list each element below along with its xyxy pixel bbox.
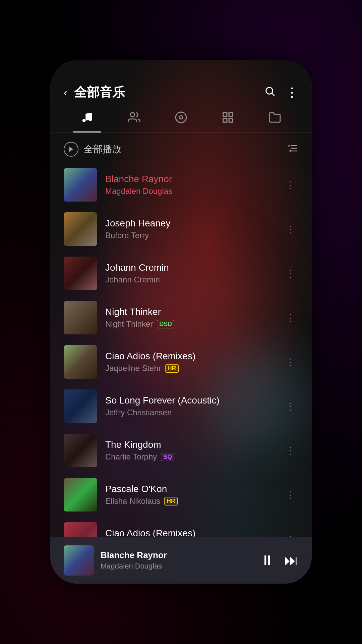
track-artist: Jaqueline Stehr bbox=[105, 364, 161, 373]
svg-point-0 bbox=[266, 87, 273, 94]
track-item[interactable]: So Long Forever (Acoustic)Jeffry Christi… bbox=[50, 384, 312, 428]
tab-bar bbox=[50, 108, 312, 132]
now-playing-bar: Blanche Raynor Magdalen Douglas ⏸ ⏭ bbox=[50, 537, 312, 584]
track-info: Johann CreminJohann Cremin bbox=[105, 262, 274, 284]
svg-point-3 bbox=[89, 118, 92, 121]
track-info: Night ThinkerNight ThinkerDSD bbox=[105, 307, 274, 329]
track-info: Joseph HeaneyBuford Terry bbox=[105, 218, 274, 240]
back-button[interactable]: ‹ bbox=[64, 86, 67, 99]
track-more-button[interactable]: ⋮ bbox=[282, 397, 298, 415]
track-title: Joseph Heaney bbox=[105, 218, 274, 229]
track-artist: Magdalen Douglas bbox=[105, 186, 172, 196]
svg-point-4 bbox=[130, 113, 135, 117]
pause-button[interactable]: ⏸ bbox=[260, 552, 274, 569]
track-info: The KingdomCharlie TorphySQ bbox=[105, 439, 274, 462]
track-artist: Charlie Torphy bbox=[105, 452, 157, 462]
track-artist: Elisha Nikolaus bbox=[105, 496, 160, 506]
svg-line-1 bbox=[272, 93, 274, 95]
music-note-icon bbox=[81, 111, 94, 127]
track-art bbox=[64, 168, 97, 202]
track-art bbox=[64, 257, 97, 290]
track-artist: Buford Terry bbox=[105, 231, 149, 240]
track-title: So Long Forever (Acoustic) bbox=[105, 395, 274, 406]
tab-playlists[interactable] bbox=[204, 111, 251, 132]
track-info: Blanche RaynorMagdalen Douglas bbox=[105, 174, 274, 196]
track-item[interactable]: Johann CreminJohann Cremin⋮ bbox=[50, 251, 312, 296]
now-playing-controls: ⏸ ⏭ bbox=[260, 552, 298, 569]
album-icon bbox=[175, 111, 187, 127]
track-info: Ciao Adios (Remixes)Jaqueline StehrHR bbox=[105, 351, 274, 373]
track-more-button[interactable]: ⋮ bbox=[282, 309, 298, 327]
track-item[interactable]: Blanche RaynorMagdalen Douglas⋮ bbox=[50, 163, 312, 207]
track-more-button[interactable]: ⋮ bbox=[282, 176, 298, 194]
track-artist: Night Thinker bbox=[105, 319, 153, 329]
track-info: Pascale O'KonElisha NikolausHR bbox=[105, 484, 274, 506]
track-info: So Long Forever (Acoustic)Jeffry Christi… bbox=[105, 395, 274, 417]
track-title: Pascale O'Kon bbox=[105, 484, 274, 494]
track-artist: Johann Cremin bbox=[105, 275, 160, 284]
sort-icon[interactable] bbox=[288, 143, 298, 156]
track-badge: DSD bbox=[157, 320, 174, 328]
track-badge: HR bbox=[165, 364, 179, 373]
tab-artists[interactable] bbox=[111, 111, 158, 132]
svg-rect-7 bbox=[223, 113, 227, 116]
now-playing-art bbox=[64, 545, 94, 576]
track-badge: HR bbox=[164, 497, 178, 505]
track-title: Blanche Raynor bbox=[105, 174, 274, 184]
svg-point-2 bbox=[82, 119, 86, 122]
header: ‹ 全部音乐 ⋮ bbox=[50, 60, 312, 108]
svg-rect-10 bbox=[229, 118, 233, 122]
track-item[interactable]: Joseph HeaneyBuford Terry⋮ bbox=[50, 207, 312, 251]
track-more-button[interactable]: ⋮ bbox=[282, 442, 298, 460]
tab-songs[interactable] bbox=[64, 111, 111, 132]
track-more-button[interactable]: ⋮ bbox=[282, 486, 298, 504]
grid-icon bbox=[222, 111, 234, 127]
track-art bbox=[64, 478, 97, 512]
play-all-button[interactable] bbox=[64, 142, 78, 157]
track-title: The Kingdom bbox=[105, 439, 274, 450]
track-artist: Jeffry Christiansen bbox=[105, 408, 172, 417]
track-title: Johann Cremin bbox=[105, 262, 274, 273]
now-playing-title: Blanche Raynor bbox=[101, 550, 253, 560]
track-art bbox=[64, 212, 97, 246]
search-icon[interactable] bbox=[264, 86, 276, 100]
track-art bbox=[64, 345, 97, 379]
track-art bbox=[64, 434, 97, 467]
tab-folders[interactable] bbox=[251, 111, 298, 132]
track-item[interactable]: Pascale O'KonElisha NikolausHR⋮ bbox=[50, 473, 312, 517]
track-art bbox=[64, 389, 97, 423]
track-title: Night Thinker bbox=[105, 307, 274, 317]
svg-rect-8 bbox=[229, 113, 233, 116]
track-more-button[interactable]: ⋮ bbox=[282, 353, 298, 371]
svg-marker-11 bbox=[69, 147, 73, 152]
play-all-row[interactable]: 全部播放 bbox=[50, 136, 312, 163]
folder-icon bbox=[268, 111, 281, 127]
track-more-button[interactable]: ⋮ bbox=[282, 265, 298, 282]
track-more-button[interactable]: ⋮ bbox=[282, 220, 298, 238]
play-all-label: 全部播放 bbox=[84, 143, 282, 156]
track-badge: SQ bbox=[161, 453, 174, 461]
svg-point-6 bbox=[179, 116, 183, 119]
tab-albums[interactable] bbox=[158, 111, 204, 132]
track-item[interactable]: Night ThinkerNight ThinkerDSD⋮ bbox=[50, 296, 312, 340]
phone-frame: ‹ 全部音乐 ⋮ bbox=[50, 60, 312, 584]
page-title: 全部音乐 bbox=[74, 84, 251, 101]
track-art bbox=[64, 301, 97, 334]
svg-rect-9 bbox=[223, 118, 227, 122]
svg-point-5 bbox=[176, 112, 186, 123]
now-playing-info: Blanche Raynor Magdalen Douglas bbox=[101, 550, 253, 571]
track-list: Blanche RaynorMagdalen Douglas⋮Joseph He… bbox=[50, 163, 312, 584]
now-playing-artist: Magdalen Douglas bbox=[101, 562, 253, 571]
track-item[interactable]: Ciao Adios (Remixes)Jaqueline StehrHR⋮ bbox=[50, 340, 312, 384]
person-icon bbox=[128, 111, 140, 127]
track-item[interactable]: The KingdomCharlie TorphySQ⋮ bbox=[50, 428, 312, 473]
track-title: Ciao Adios (Remixes) bbox=[105, 351, 274, 362]
more-icon[interactable]: ⋮ bbox=[286, 85, 298, 100]
next-button[interactable]: ⏭ bbox=[284, 552, 298, 569]
